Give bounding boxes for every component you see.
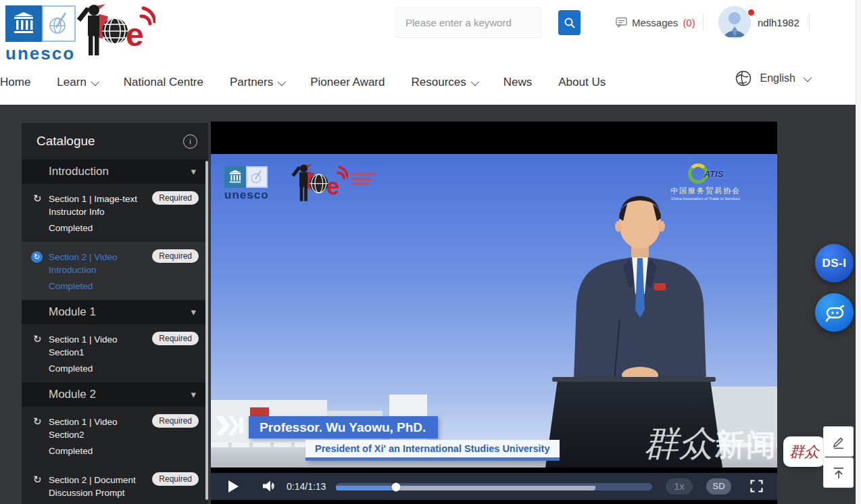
catalogue-item[interactable]: ↻ Section 1 | VideoSection1 Required Com…	[22, 324, 208, 382]
chevron-down-icon	[278, 77, 287, 86]
caret-down-icon: ▾	[191, 388, 196, 401]
back-to-top-button[interactable]	[823, 457, 854, 488]
group-header-introduction[interactable]: Introduction ▾	[22, 159, 208, 184]
required-badge: Required	[152, 191, 199, 205]
xisu-logo	[215, 412, 246, 442]
messages-label: Messages	[632, 17, 678, 28]
catalogue-title: Catalogue	[36, 134, 95, 149]
item-status: Completed	[49, 363, 199, 374]
search-icon	[564, 17, 576, 29]
progress-thumb[interactable]	[391, 482, 400, 491]
chatbot-icon	[824, 303, 845, 323]
group-header-module-2[interactable]: Module 2 ▾	[22, 382, 208, 407]
header-divider	[703, 14, 704, 31]
messages-count: (0)	[683, 17, 695, 28]
progress-bar[interactable]	[336, 483, 652, 490]
volume-icon	[262, 480, 277, 493]
item-status: Completed	[49, 223, 199, 233]
playback-speed-button[interactable]: 1x	[666, 478, 693, 495]
video-unesco-logo: unesco	[224, 166, 269, 202]
nav-item-national-centre[interactable]: National Centre	[124, 76, 203, 89]
catalogue-item[interactable]: ↻ Section 2 | DocumentDiscussion Prompt …	[22, 465, 208, 504]
search-input[interactable]	[395, 7, 541, 38]
arrow-to-top-icon	[831, 465, 846, 480]
video-iioe-logo: e	[291, 162, 348, 207]
refresh-icon: ↻	[33, 193, 42, 205]
caret-down-icon: ▾	[191, 166, 196, 178]
unesco-temple-icon	[224, 166, 246, 188]
chatbot-button[interactable]	[815, 293, 854, 332]
messages-button[interactable]: Messages (0)	[616, 14, 695, 31]
speaker-name-banner: Professor. Wu Yaowu, PhD.	[249, 416, 438, 438]
nav-item-partners[interactable]: Partners	[230, 76, 284, 89]
item-status: Completed	[49, 281, 199, 291]
edit-button[interactable]	[823, 426, 854, 457]
speaker-figure	[562, 191, 718, 387]
unesco-globe-icon	[246, 166, 268, 188]
volume-button[interactable]	[262, 480, 277, 495]
nav-item-learn[interactable]: Learn	[57, 76, 97, 89]
required-badge: Required	[152, 414, 199, 428]
caret-down-icon: ▾	[191, 306, 196, 318]
progress-played	[336, 486, 396, 490]
sidebar-scrollbar[interactable]	[205, 161, 208, 500]
qunzhong-badge: 群众	[789, 442, 819, 462]
svg-text:e: e	[326, 174, 339, 199]
unesco-logo[interactable]: unesco	[5, 5, 77, 64]
dsi-button[interactable]: DS-I	[815, 244, 854, 282]
required-badge: Required	[152, 249, 199, 263]
catalogue-item[interactable]: ↻ Section 1 | Image-textInstructor Info …	[22, 184, 208, 242]
catalogue-item[interactable]: ↻ Section 1 | VideoSection2 Required Com…	[22, 407, 208, 465]
avatar[interactable]	[718, 6, 751, 39]
nav-item-pioneer-award[interactable]: Pioneer Award	[310, 76, 385, 89]
nav-item-resources[interactable]: Resources	[411, 76, 476, 89]
header-divider	[809, 14, 810, 31]
nav-item-news[interactable]: News	[503, 76, 533, 89]
notification-dot	[748, 9, 754, 16]
play-button[interactable]	[228, 480, 239, 493]
language-label: English	[760, 72, 795, 84]
pencil-icon	[831, 434, 846, 449]
main-nav: Home Learn National Centre Partners Pion…	[0, 61, 861, 104]
globe-icon	[735, 70, 752, 87]
time-display: 0:14/1:13	[287, 473, 326, 500]
unesco-wordmark: unesco	[224, 188, 269, 202]
video-iioe-text-lines	[351, 173, 376, 185]
refresh-icon: ↻	[33, 333, 42, 345]
unesco-globe-icon	[42, 5, 76, 42]
podium-top	[552, 377, 716, 382]
required-badge: Required	[152, 472, 199, 486]
language-selector[interactable]: English	[735, 61, 810, 96]
refresh-icon: ↻	[31, 251, 43, 263]
refresh-icon: ↻	[33, 474, 42, 486]
unesco-temple-icon	[5, 5, 42, 42]
username[interactable]: ndlh1982	[758, 17, 800, 28]
podium	[545, 378, 722, 468]
item-status: Completed	[49, 446, 199, 456]
search-button[interactable]	[558, 10, 581, 35]
video-frame: unesco e	[211, 154, 777, 468]
fullscreen-icon	[750, 480, 763, 493]
nav-item-home[interactable]: Home	[0, 76, 30, 89]
info-icon[interactable]: i	[183, 134, 197, 149]
chevron-down-icon	[91, 77, 99, 86]
nav-item-about-us[interactable]: About Us	[558, 76, 606, 89]
message-icon	[616, 17, 627, 28]
page-scrollbar[interactable]	[856, 0, 861, 504]
iioe-logo[interactable]: e	[76, 1, 155, 64]
qunzhong-widget[interactable]: 群众	[783, 436, 825, 467]
catalogue-item-active[interactable]: ↻ Section 2 | VideoIntroduction Required…	[22, 242, 208, 300]
video-player[interactable]: unesco e	[211, 122, 777, 504]
quality-button[interactable]: SD	[706, 478, 731, 495]
refresh-icon: ↻	[33, 415, 42, 428]
svg-text:e: e	[126, 17, 144, 53]
chevron-down-icon	[470, 77, 479, 86]
fullscreen-button[interactable]	[750, 480, 763, 495]
group-header-module-1[interactable]: Module 1 ▾	[22, 300, 208, 324]
player-controls: 0:14/1:13 1x SD	[211, 473, 777, 500]
speaker-title-banner: President of Xi' an International Studie…	[305, 440, 560, 461]
required-badge: Required	[152, 332, 199, 345]
catalogue-sidebar: Catalogue i Introduction ▾ ↻ Section 1 |…	[22, 123, 208, 504]
